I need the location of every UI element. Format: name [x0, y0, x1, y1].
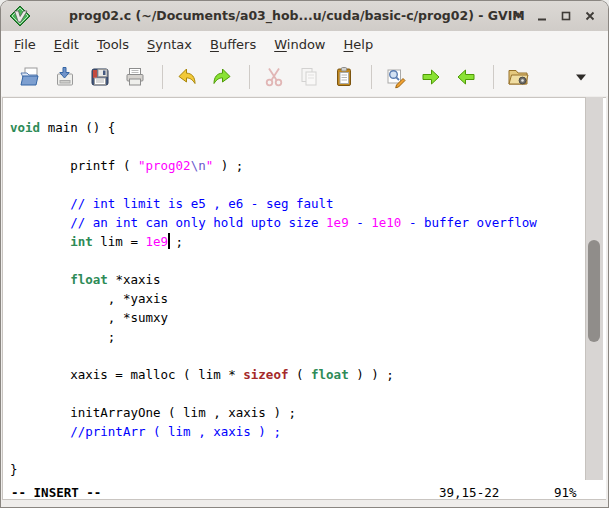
- toolbar-separator: [249, 65, 250, 89]
- paste-icon[interactable]: [331, 64, 357, 90]
- undo-icon[interactable]: [174, 64, 200, 90]
- titlebar[interactable]: prog02.c (~/Documents/a03_hob...u/cuda/b…: [1, 1, 608, 32]
- toolbar: [1, 57, 608, 97]
- window-title: prog02.c (~/Documents/a03_hob...u/cuda/b…: [69, 8, 525, 23]
- code-line[interactable]: [10, 251, 537, 270]
- gvim-window: prog02.c (~/Documents/a03_hob...u/cuda/b…: [0, 0, 609, 508]
- menu-tools[interactable]: Tools: [88, 33, 138, 56]
- save-icon[interactable]: [52, 64, 78, 90]
- find-prev-icon[interactable]: [453, 64, 479, 90]
- toolbar-separator: [162, 65, 163, 89]
- code-line[interactable]: [10, 384, 537, 403]
- ruler-position: 39,15-22: [439, 485, 499, 501]
- maximize-button[interactable]: [557, 7, 574, 24]
- editor-frame: void main () { printf ( "prog02\n" ) ; /…: [1, 96, 608, 507]
- code-line[interactable]: printf ( "prog02\n" ) ;: [10, 156, 537, 175]
- code-line[interactable]: }: [10, 460, 537, 479]
- text-area[interactable]: void main () { printf ( "prog02\n" ) ; /…: [2, 97, 606, 500]
- code-line[interactable]: // int limit is e5 , e6 - seg fault: [10, 194, 537, 213]
- code-line[interactable]: , *yaxis: [10, 289, 537, 308]
- toolbar-separator: [371, 65, 372, 89]
- toolbar-overflow-icon[interactable]: [568, 64, 594, 90]
- code-line[interactable]: float *xaxis: [10, 270, 537, 289]
- code-line[interactable]: [10, 441, 537, 460]
- load-session-icon[interactable]: [505, 64, 531, 90]
- code-line[interactable]: // an int can only hold upto size 1e9 - …: [10, 213, 537, 232]
- scrollbar-thumb[interactable]: [588, 240, 600, 342]
- vim-logo-icon: [9, 5, 31, 31]
- toolbar-separator: [493, 65, 494, 89]
- menu-syntax[interactable]: Syntax: [138, 33, 201, 56]
- code-line[interactable]: void main () {: [10, 118, 537, 137]
- minimize-button[interactable]: [533, 7, 550, 24]
- code-line[interactable]: //printArr ( lim , xaxis ) ;: [10, 422, 537, 441]
- code-line[interactable]: [10, 346, 537, 365]
- menubar: File Edit Tools Syntax Buffers Window He…: [1, 31, 608, 57]
- code-line[interactable]: [10, 99, 537, 118]
- find-replace-icon[interactable]: [383, 64, 409, 90]
- cut-icon: [261, 64, 287, 90]
- menu-file[interactable]: File: [5, 33, 45, 56]
- vim-mode-indicator: -- INSERT --: [11, 485, 101, 501]
- code-line[interactable]: xaxis = malloc ( lim * sizeof ( float ) …: [10, 365, 537, 384]
- code-line[interactable]: , *sumxy: [10, 308, 537, 327]
- code-line[interactable]: ;: [10, 327, 537, 346]
- find-next-icon[interactable]: [418, 64, 444, 90]
- save-all-icon[interactable]: [87, 64, 113, 90]
- code-line[interactable]: [10, 137, 537, 156]
- redo-icon[interactable]: [209, 64, 235, 90]
- menu-buffers[interactable]: Buffers: [201, 33, 265, 56]
- code-line[interactable]: int lim = 1e9 ;: [10, 232, 537, 251]
- open-icon[interactable]: [17, 64, 43, 90]
- close-button[interactable]: [581, 7, 598, 24]
- code-line[interactable]: [10, 175, 537, 194]
- vertical-scrollbar[interactable]: [585, 97, 603, 480]
- shade-button[interactable]: [509, 7, 526, 24]
- code-lines: void main () { printf ( "prog02\n" ) ; /…: [10, 99, 537, 479]
- code-line[interactable]: initArrayOne ( lim , xaxis ) ;: [10, 403, 537, 422]
- scroll-percentage: 91%: [554, 485, 577, 501]
- menu-window[interactable]: Window: [265, 33, 334, 56]
- menu-edit[interactable]: Edit: [45, 33, 88, 56]
- menu-help[interactable]: Help: [334, 33, 382, 56]
- print-icon[interactable]: [122, 64, 148, 90]
- copy-icon: [296, 64, 322, 90]
